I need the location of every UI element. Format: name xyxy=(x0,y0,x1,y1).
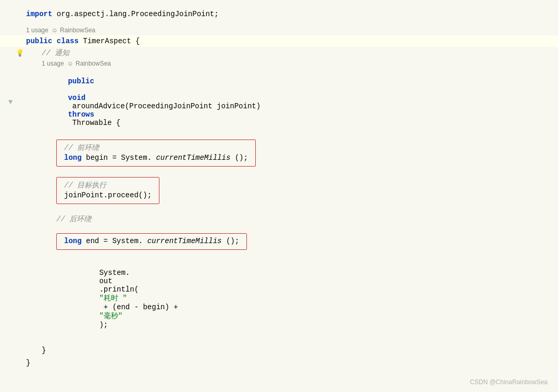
class-usage-meta: 1 usage ☺ RainbowSea xyxy=(0,25,558,35)
kw-void: void xyxy=(68,94,85,102)
kw-public-class: public xyxy=(26,37,52,45)
target-exec-comment: // 目标执行 xyxy=(64,181,106,189)
end-assignment-line: long end = System. currentTimeMillis (); xyxy=(64,237,239,245)
notification-comment: // 通知 xyxy=(42,48,69,58)
blank-line-3 xyxy=(0,207,558,212)
kw-throws: throws xyxy=(68,110,94,119)
joinpoint-proceed-token: joinPoint.proceed(); xyxy=(64,191,152,199)
kw-long-begin: long xyxy=(64,154,82,162)
bulb-icon[interactable]: 💡 xyxy=(16,49,24,57)
joinpoint-proceed-line: joinPoint.proceed(); xyxy=(64,191,152,199)
red-box-end: long end = System. currentTimeMillis (); xyxy=(56,233,558,250)
kw-public-method: public xyxy=(68,77,94,85)
red-box-before: // 前环绕 long begin = System. currentTimeM… xyxy=(56,140,558,167)
close-method-brace: } xyxy=(0,345,558,356)
blank-line-5 xyxy=(0,253,558,260)
kw-class: class xyxy=(57,37,79,45)
blank-line-4 xyxy=(0,226,558,231)
keyword-import: import xyxy=(26,10,52,18)
string-ms: "毫秒" xyxy=(99,312,122,320)
class-usage-count: 1 usage xyxy=(26,27,48,34)
println-line: System. out .println( "耗时 " + (end - beg… xyxy=(0,260,558,337)
after-loop-comment-line: // 后环绕 xyxy=(56,212,558,226)
method-author: RainbowSea xyxy=(76,60,111,67)
code-editor: import org.aspectj.lang.ProceedingJoinPo… xyxy=(0,0,558,392)
import-line: import org.aspectj.lang.ProceedingJoinPo… xyxy=(0,8,558,20)
system-out: System. xyxy=(99,269,130,277)
close-class-brace: } xyxy=(0,357,558,369)
watermark: CSDN @ChinaRainbowSea xyxy=(470,378,548,386)
kw-long-end: long xyxy=(64,237,82,245)
class-name-token: TimerAspect { xyxy=(79,37,140,45)
user-icon-method: ☺ xyxy=(67,60,73,67)
method-declaration-line: ▼ public void aroundAdvice(ProceedingJoi… xyxy=(0,69,558,135)
class-declaration-line: public class TimerAspect { xyxy=(0,35,558,47)
currenttimemillis-begin: currentTimeMillis xyxy=(156,154,230,162)
notification-comment-line: 💡 // 通知 xyxy=(0,47,558,58)
begin-assignment-line: long begin = System. currentTimeMillis (… xyxy=(64,154,248,162)
blank-line xyxy=(0,20,558,25)
currenttimemillis-end: currentTimeMillis xyxy=(147,237,222,245)
user-icon-class: ☺ xyxy=(52,27,58,34)
import-path: org.aspectj.lang.ProceedingJoinPoint; xyxy=(52,10,218,18)
method-name-token: aroundAdvice(ProceedingJoinPoint joinPoi… xyxy=(68,102,265,110)
method-usage-meta: 1 usage ☺ RainbowSea xyxy=(0,58,558,69)
red-box-target: // 目标执行 joinPoint.proceed(); xyxy=(56,177,558,204)
before-loop-comment: // 前环绕 xyxy=(64,144,99,152)
collapse-arrow-icon[interactable]: ▼ xyxy=(8,98,13,106)
comment-before-loop: // 前环绕 xyxy=(64,143,248,153)
throwable-token: Throwable { xyxy=(68,119,120,127)
out-token: out xyxy=(99,277,112,285)
comment-target-exec: // 目标执行 xyxy=(64,181,152,190)
class-author: RainbowSea xyxy=(60,27,95,34)
blank-line-6 xyxy=(0,337,558,345)
blank-line-2 xyxy=(0,170,558,175)
method-usage-count: 1 usage xyxy=(42,60,64,67)
string-elapsed: "耗时 " xyxy=(99,294,127,302)
after-loop-comment: // 后环绕 xyxy=(56,215,91,223)
